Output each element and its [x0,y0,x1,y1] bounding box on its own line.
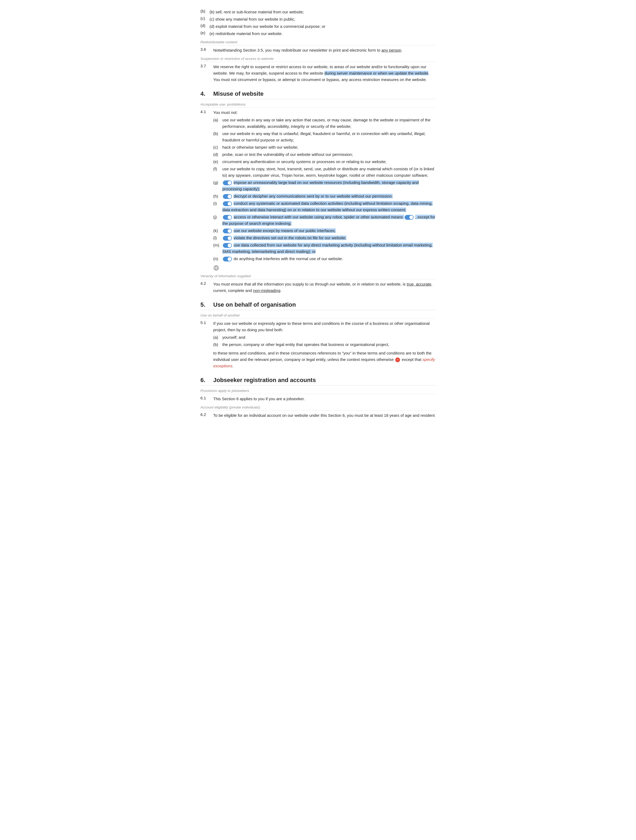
toggle-4i[interactable] [223,201,232,206]
red-circle-icon: − [395,357,400,362]
sub-heading-eligibility: Account eligibility (private individuals… [200,405,436,411]
sub-heading-provisions: Provisions apply to jobseekers [200,389,436,394]
clause-body-42: You must ensure that all the information… [213,281,436,294]
toggle-4l[interactable] [223,236,232,241]
sub-clause-4n: (n) do anything that interferes with the… [213,256,436,262]
clause-body-36: Notwithstanding Section 3.5, you may red… [213,47,436,54]
clause-36: 3.6 Notwithstanding Section 3.5, you may… [200,47,436,54]
section-5-heading: 5. Use on behalf of organisation [200,301,436,310]
clause-body-51: If you use our website or expressly agre… [213,320,436,369]
clause-num-41: 4.1 [200,109,211,263]
list-item-b: (b) (b) sell, rent or sub-license materi… [200,9,436,15]
section-4-num: 4. [200,90,208,97]
sub-heading-suspension: Suspension or restriction of access to w… [200,57,436,62]
list-label-d: (d) [200,23,207,30]
list-label-e: (e) [200,30,207,37]
section-6-title: Jobseeker registration and accounts [213,377,316,384]
sub-clause-4g: (g) impose an unreasonably large load on… [213,179,436,192]
toggle-4m[interactable] [223,243,232,248]
sub-clause-4i: (i) conduct any systematic or automated … [213,200,436,213]
globe-icon-area [213,265,436,271]
section-4-heading: 4. Misuse of website [200,90,436,99]
except-that-label: except that [401,357,422,362]
list-item-c: (c) (c) show any material from our websi… [200,16,436,22]
sub-heading-42: Veracity of information supplied [200,274,436,279]
clause-body-62: To be eligible for an individual account… [213,412,436,418]
sub-clause-4f: (f) use our website to copy, store, host… [213,166,436,178]
toggle-4h[interactable] [223,194,232,199]
clause-61: 6.1 This Section 6 applies to you if you… [200,396,436,402]
list-text-d: (d) exploit material from our website fo… [209,23,436,30]
list-label-b: (b) [200,9,207,15]
clause-41-intro: You must not: [213,110,238,115]
list-label-c: (c) [200,16,207,22]
sub-clause-4e: (e) circumvent any authentication or sec… [213,158,436,165]
sub-heading-41: Acceptable use: prohibitions [200,103,436,108]
section-6-heading: 6. Jobseeker registration and accounts [200,377,436,385]
clause-37: 3.7 We reserve the right to suspend or r… [200,64,436,83]
list-text-b: (b) sell, rent or sub-license material f… [209,9,436,15]
section-6-num: 6. [200,377,208,384]
clause-num-36: 3.6 [200,47,211,54]
toggle-4k[interactable] [223,229,232,234]
sub-clause-4c: (c) hack or otherwise tamper with our we… [213,144,436,150]
sub-clause-4b: (b) use our website in any way that is u… [213,131,436,143]
list-text-c: (c) show any material from our website i… [209,16,436,22]
sub-heading-51: Use on behalf of another [200,313,436,319]
clause-62: 6.2 To be eligible for an individual acc… [200,412,436,418]
clause-body-41: You must not: (a) use our website in any… [213,109,436,263]
sub-clause-4k: (k) use our website except by means of o… [213,227,436,234]
clause-body-61: This Section 6 applies to you if you are… [213,396,436,402]
clause-num-37: 3.7 [200,64,211,83]
clause-51: 5.1 If you use our website or expressly … [200,320,436,369]
clause-body-37: We reserve the right to suspend or restr… [213,64,436,83]
toggle-4j-1[interactable] [223,215,232,220]
clause-num-51: 5.1 [200,320,211,369]
section-4-title: Misuse of website [213,90,263,97]
list-item-e: (e) (e) redistribute material from our w… [200,30,436,37]
sub-clause-4m: (m) use data collected from our website … [213,242,436,255]
section-5-num: 5. [200,301,208,308]
toggle-4n[interactable] [223,257,232,262]
sub-heading-redistributable: Redistributable content [200,40,436,46]
clause-num-62: 6.2 [200,412,211,418]
toggle-4j-2[interactable] [405,215,414,220]
clause-num-42: 4.2 [200,281,211,294]
clause-41: 4.1 You must not: (a) use our website in… [200,109,436,263]
sub-clause-4l: (l) violate the directives set out in th… [213,235,436,241]
clause-51-continuation: to these terms and conditions, and in th… [213,350,436,369]
section-5-title: Use on behalf of organisation [213,301,296,308]
sub-clause-51a: (a) yourself; and [213,334,436,341]
sub-clause-4d: (d) probe, scan or test the vulnerabilit… [213,151,436,158]
toggle-4g[interactable] [223,180,232,185]
sub-clause-4a: (a) use our website in any way or take a… [213,117,436,129]
sub-clause-4h: (h) decrypt or decipher any communicatio… [213,193,436,199]
list-item-d: (d) (d) exploit material from our websit… [200,23,436,30]
sub-clause-4j: (j) access or otherwise interact with ou… [213,214,436,227]
clause-42: 4.2 You must ensure that all the informa… [200,281,436,294]
clause-num-61: 6.1 [200,396,211,402]
this-section-label: This Section [213,396,235,401]
sub-clause-51b: (b) the person, company or other legal e… [213,341,436,348]
clause-51-intro: If you use our website or expressly agre… [213,321,430,332]
globe-icon [213,265,219,271]
list-text-e: (e) redistribute material from our websi… [209,30,436,37]
